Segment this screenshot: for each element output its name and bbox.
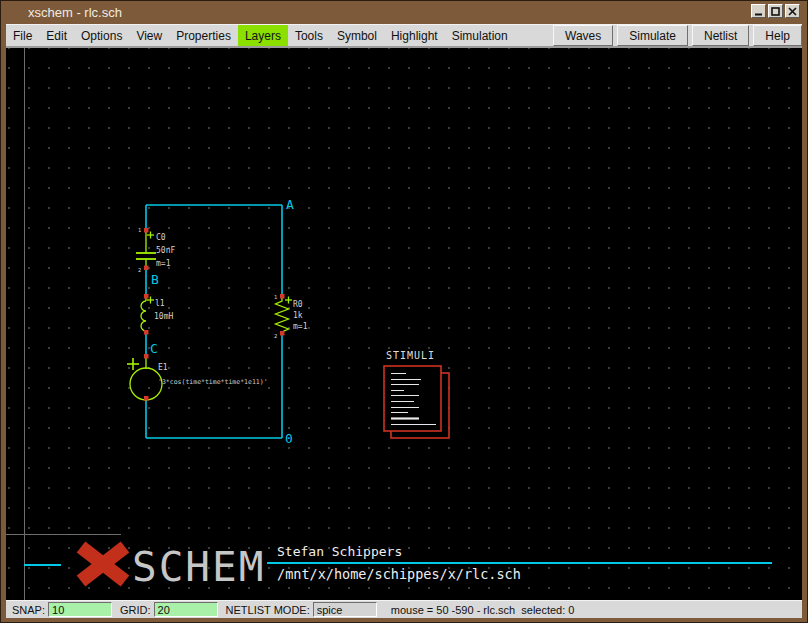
stimuli-block[interactable]: STIMULI: [384, 350, 449, 438]
close-icon: [788, 7, 797, 16]
menu-item-options[interactable]: Options: [74, 25, 129, 46]
pin: [280, 294, 285, 299]
netlist-button[interactable]: Netlist: [692, 25, 749, 46]
pin: [144, 294, 149, 299]
grid-label: GRID:: [120, 604, 151, 616]
svg-text:2: 2: [274, 333, 277, 339]
xschem-window: xschem - rlc.sch File Edit Options View …: [0, 0, 808, 623]
node-label-b[interactable]: B: [151, 272, 159, 287]
resistor-ref: R0: [293, 300, 303, 309]
schematic-canvas[interactable]: A B C 0 1 2 C0 50nF m=1: [6, 47, 802, 600]
menu-item-layers[interactable]: Layers: [238, 25, 288, 46]
inductor-value: 10mH: [154, 312, 173, 321]
author-text: Stefan Schippers: [277, 544, 402, 559]
snap-input[interactable]: [48, 602, 112, 617]
pin: [144, 266, 149, 271]
inductor-ref: l1: [155, 299, 165, 308]
voltage-source-symbol[interactable]: E1 '3*cos(time*time*time*1e11)': [127, 354, 268, 401]
resistor-mult: m=1: [293, 322, 308, 331]
title-block: SCHEM Stefan Schippers /mnt/x/home/schip…: [24, 543, 772, 591]
svg-text:1: 1: [138, 227, 141, 233]
source-expression: '3*cos(time*time*time*1e11)': [158, 378, 268, 386]
node-label-a[interactable]: A: [286, 197, 294, 212]
wires[interactable]: [146, 205, 282, 438]
menu-item-file[interactable]: File: [6, 25, 39, 46]
sheet-frame-lines: [6, 48, 121, 600]
netlist-mode-label: NETLIST MODE:: [226, 604, 310, 616]
mouse-status-text: mouse = 50 -590 - rlc.sch selected: 0: [391, 604, 575, 616]
help-button[interactable]: Help: [753, 25, 802, 46]
xschem-logo-x-icon: [81, 547, 125, 581]
titlebar[interactable]: xschem - rlc.sch: [6, 1, 802, 24]
stimuli-label: STIMULI: [386, 350, 435, 361]
menubar-buttons: Waves Simulate Netlist Help: [549, 25, 802, 46]
resistor-value: 1k: [293, 311, 303, 320]
menubar: File Edit Options View Properties Layers…: [6, 24, 802, 47]
maximize-button[interactable]: [768, 4, 783, 18]
menu-item-view[interactable]: View: [129, 25, 169, 46]
minimize-button[interactable]: [751, 4, 766, 18]
menu-item-tools[interactable]: Tools: [288, 25, 330, 46]
resistor-symbol[interactable]: 1 2 R0 1k m=1: [274, 294, 308, 339]
file-path-text: /mnt/x/home/schippes/x/rlc.sch: [277, 566, 521, 582]
menu-item-symbol[interactable]: Symbol: [330, 25, 384, 46]
simulate-button[interactable]: Simulate: [617, 25, 688, 46]
close-button[interactable]: [785, 4, 800, 18]
menu-item-highlight[interactable]: Highlight: [384, 25, 445, 46]
minimize-icon: [754, 7, 763, 16]
capacitor-ref: C0: [156, 233, 166, 242]
pin: [144, 396, 149, 401]
capacitor-mult: m=1: [156, 259, 171, 268]
window-title: xschem - rlc.sch: [28, 5, 122, 20]
node-label-c[interactable]: C: [150, 341, 158, 356]
capacitor-symbol[interactable]: 1 2 C0 50nF m=1: [136, 227, 175, 273]
node-label-gnd[interactable]: 0: [285, 431, 293, 446]
menu-item-edit[interactable]: Edit: [39, 25, 74, 46]
pin: [280, 331, 285, 336]
inductor-symbol[interactable]: l1 10mH: [141, 294, 173, 335]
statusbar: SNAP: GRID: NETLIST MODE: mouse = 50 -59…: [6, 600, 802, 618]
source-ref: E1: [158, 363, 168, 372]
menu-item-simulation[interactable]: Simulation: [445, 25, 515, 46]
waves-button[interactable]: Waves: [553, 25, 613, 46]
xschem-logo-text: SCHEM: [132, 543, 265, 591]
capacitor-value: 50nF: [156, 246, 175, 255]
window-controls: [749, 4, 800, 18]
snap-label: SNAP:: [12, 604, 45, 616]
maximize-icon: [771, 7, 780, 16]
netlist-mode-input[interactable]: [313, 602, 377, 617]
menu-item-properties[interactable]: Properties: [169, 25, 238, 46]
pin: [144, 330, 149, 335]
pin: [144, 228, 149, 233]
pin: [144, 354, 149, 359]
grid-input[interactable]: [154, 602, 218, 617]
svg-text:2: 2: [138, 267, 141, 273]
svg-text:1: 1: [274, 294, 277, 300]
